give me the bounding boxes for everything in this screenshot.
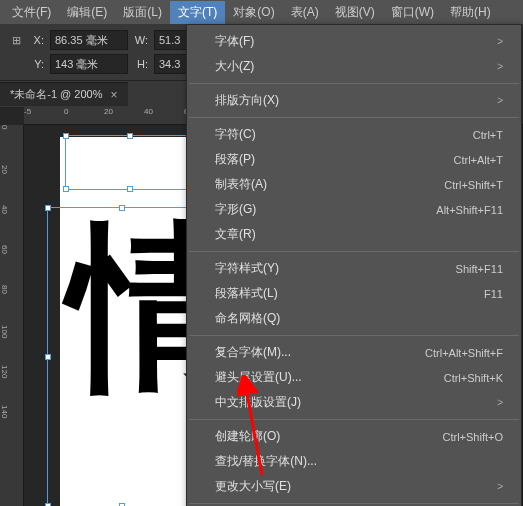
menu-item-label: 创建轮廓(O) bbox=[215, 428, 280, 445]
menu-对象[interactable]: 对象(O) bbox=[225, 1, 282, 24]
menu-item-label: 文章(R) bbox=[215, 226, 256, 243]
menu-表[interactable]: 表(A) bbox=[283, 1, 327, 24]
menu-shortcut: Ctrl+Alt+Shift+F bbox=[425, 347, 503, 359]
menu-item-label: 字符样式(Y) bbox=[215, 260, 279, 277]
menu-item[interactable]: 更改大小写(E)> bbox=[187, 474, 521, 499]
menu-item[interactable]: 制表符(A)Ctrl+Shift+T bbox=[187, 172, 521, 197]
menu-item[interactable]: 查找/替换字体(N)... bbox=[187, 449, 521, 474]
submenu-arrow-icon: > bbox=[497, 36, 503, 47]
menu-item-label: 字形(G) bbox=[215, 201, 256, 218]
menu-item-label: 制表符(A) bbox=[215, 176, 267, 193]
submenu-arrow-icon: > bbox=[497, 61, 503, 72]
ruler-vertical[interactable]: 020406080100120140 bbox=[0, 125, 24, 506]
menu-item-label: 段落(P) bbox=[215, 151, 255, 168]
menu-item-label: 更改大小写(E) bbox=[215, 478, 291, 495]
menu-窗口[interactable]: 窗口(W) bbox=[383, 1, 442, 24]
menu-item[interactable]: 中文排版设置(J)> bbox=[187, 390, 521, 415]
menu-shortcut: Ctrl+Shift+O bbox=[442, 431, 503, 443]
menu-帮助[interactable]: 帮助(H) bbox=[442, 1, 499, 24]
menu-item-label: 排版方向(X) bbox=[215, 92, 279, 109]
x-label: X: bbox=[30, 34, 44, 46]
menu-item[interactable]: 创建轮廓(O)Ctrl+Shift+O bbox=[187, 424, 521, 449]
menu-shortcut: Ctrl+Alt+T bbox=[453, 154, 503, 166]
menu-shortcut: F11 bbox=[484, 288, 503, 300]
y-input[interactable] bbox=[50, 54, 128, 74]
menu-shortcut: Ctrl+Shift+T bbox=[444, 179, 503, 191]
menu-item[interactable]: 字符(C)Ctrl+T bbox=[187, 122, 521, 147]
h-label: H: bbox=[134, 58, 148, 70]
document-tab[interactable]: *未命名-1 @ 200% × bbox=[0, 82, 128, 106]
menu-shortcut: Shift+F11 bbox=[456, 263, 503, 275]
menu-item-label: 大小(Z) bbox=[215, 58, 254, 75]
menu-item[interactable]: 避头尾设置(U)...Ctrl+Shift+K bbox=[187, 365, 521, 390]
close-icon[interactable]: × bbox=[110, 88, 117, 102]
reference-point-icon[interactable]: ⊞ bbox=[8, 32, 24, 48]
menu-版面[interactable]: 版面(L) bbox=[115, 1, 170, 24]
menu-item-label: 中文排版设置(J) bbox=[215, 394, 301, 411]
menu-item-label: 复合字体(M)... bbox=[215, 344, 291, 361]
menu-shortcut: Ctrl+Shift+K bbox=[444, 372, 503, 384]
w-label: W: bbox=[134, 34, 148, 46]
menu-shortcut: Ctrl+T bbox=[473, 129, 503, 141]
menu-separator bbox=[189, 117, 519, 118]
menu-item[interactable]: 字符样式(Y)Shift+F11 bbox=[187, 256, 521, 281]
menu-item-label: 查找/替换字体(N)... bbox=[215, 453, 317, 470]
menu-文字[interactable]: 文字(T) bbox=[170, 1, 225, 24]
y-label: Y: bbox=[30, 58, 44, 70]
menu-item[interactable]: 命名网格(Q) bbox=[187, 306, 521, 331]
menu-item-label: 避头尾设置(U)... bbox=[215, 369, 302, 386]
menu-separator bbox=[189, 251, 519, 252]
menu-item[interactable]: 排版方向(X)> bbox=[187, 88, 521, 113]
menu-item-label: 字符(C) bbox=[215, 126, 256, 143]
menu-item[interactable]: 复合字体(M)...Ctrl+Alt+Shift+F bbox=[187, 340, 521, 365]
submenu-arrow-icon: > bbox=[497, 397, 503, 408]
menu-item-label: 段落样式(L) bbox=[215, 285, 278, 302]
menubar: 文件(F)编辑(E)版面(L)文字(T)对象(O)表(A)视图(V)窗口(W)帮… bbox=[0, 0, 523, 24]
menu-separator bbox=[189, 335, 519, 336]
menu-item[interactable]: 段落样式(L)F11 bbox=[187, 281, 521, 306]
submenu-arrow-icon: > bbox=[497, 481, 503, 492]
menu-item[interactable]: 字形(G)Alt+Shift+F11 bbox=[187, 197, 521, 222]
type-menu-dropdown: 字体(F)>大小(Z)>排版方向(X)>字符(C)Ctrl+T段落(P)Ctrl… bbox=[186, 24, 522, 506]
menu-item[interactable]: 大小(Z)> bbox=[187, 54, 521, 79]
x-input[interactable] bbox=[50, 30, 128, 50]
menu-item-label: 命名网格(Q) bbox=[215, 310, 280, 327]
selection-box-1[interactable] bbox=[65, 135, 195, 190]
menu-编辑[interactable]: 编辑(E) bbox=[59, 1, 115, 24]
menu-item[interactable]: 字体(F)> bbox=[187, 29, 521, 54]
submenu-arrow-icon: > bbox=[497, 95, 503, 106]
menu-item[interactable]: 文章(R) bbox=[187, 222, 521, 247]
menu-item-label: 字体(F) bbox=[215, 33, 254, 50]
menu-separator bbox=[189, 503, 519, 504]
reference-point-spacer bbox=[8, 56, 24, 72]
menu-separator bbox=[189, 83, 519, 84]
menu-文件[interactable]: 文件(F) bbox=[4, 1, 59, 24]
menu-separator bbox=[189, 419, 519, 420]
tab-title: *未命名-1 @ 200% bbox=[10, 87, 102, 102]
menu-shortcut: Alt+Shift+F11 bbox=[436, 204, 503, 216]
menu-视图[interactable]: 视图(V) bbox=[327, 1, 383, 24]
menu-item[interactable]: 段落(P)Ctrl+Alt+T bbox=[187, 147, 521, 172]
